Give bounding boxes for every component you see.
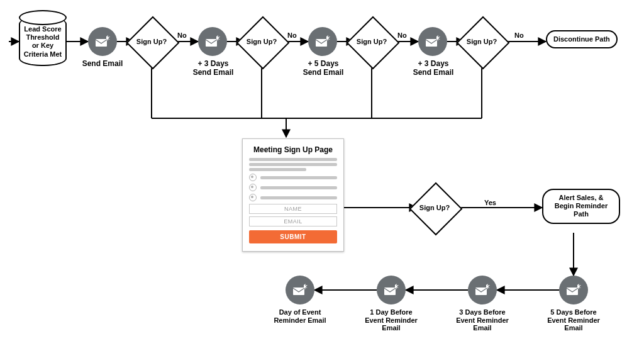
mail-burst-icon	[292, 284, 308, 296]
decision-signup-3: Sign Up?	[354, 24, 389, 59]
submit-button[interactable]: SUBMIT	[249, 230, 337, 243]
radio-icon	[249, 194, 257, 201]
send-email-node-1	[88, 27, 117, 56]
form-line	[249, 168, 306, 171]
edge-no-1: No	[177, 31, 187, 39]
send-email-label-3: + 5 Days Send Email	[299, 60, 348, 77]
svg-rect-4	[567, 288, 578, 295]
decision-signup-4: Sign Up?	[464, 24, 499, 59]
send-email-label-4: + 3 Days Send Email	[409, 60, 458, 77]
reminder-5days-node	[559, 276, 588, 304]
svg-rect-5	[475, 288, 487, 295]
svg-rect-0	[96, 39, 107, 47]
reminder-dayof-node	[286, 276, 314, 304]
terminator-discontinue: Discontinue Path	[546, 30, 618, 48]
radio-icon	[249, 184, 257, 191]
signup-form-title: Meeting Sign Up Page	[249, 145, 337, 154]
svg-rect-2	[316, 39, 327, 47]
mail-burst-icon	[204, 35, 221, 48]
terminator-alert-sales: Alert Sales, & Begin Reminder Path	[542, 189, 620, 224]
edge-yes-5: Yes	[484, 199, 496, 206]
mail-burst-icon	[565, 284, 582, 296]
form-option	[249, 174, 337, 181]
form-option	[249, 184, 337, 191]
form-line	[249, 163, 337, 166]
send-email-node-4	[418, 27, 447, 56]
reminder-3days-node	[468, 276, 497, 304]
send-email-label-1: Send Email	[80, 60, 125, 69]
send-email-label-2: + 3 Days Send Email	[189, 60, 238, 77]
decision-signup-2: Sign Up?	[244, 24, 279, 59]
mail-burst-icon	[474, 284, 491, 296]
form-line	[249, 158, 337, 161]
edge-no-4: No	[514, 31, 524, 39]
email-field[interactable]: EMAIL	[249, 216, 337, 226]
mail-burst-icon	[314, 35, 331, 48]
svg-rect-3	[426, 39, 437, 47]
reminder-1day-label: 1 Day Before Event Reminder Email	[361, 308, 421, 332]
edge-no-3: No	[397, 31, 407, 39]
edge-no-2: No	[287, 31, 297, 39]
svg-rect-6	[384, 288, 396, 295]
decision-signup-1: Sign Up?	[134, 24, 169, 59]
mail-burst-icon	[383, 284, 399, 296]
mail-burst-icon	[425, 35, 441, 48]
signup-form-card: Meeting Sign Up Page NAME EMAIL SUBMIT	[242, 138, 344, 252]
decision-signup-5: Sign Up?	[417, 190, 452, 225]
reminder-1day-node	[377, 276, 406, 304]
svg-rect-7	[293, 288, 304, 295]
start-database: Lead Score Threshold or Key Criteria Met	[19, 16, 67, 66]
reminder-dayof-label: Day of Event Reminder Email	[270, 308, 330, 324]
svg-rect-1	[206, 39, 217, 47]
reminder-3days-label: 3 Days Before Event Reminder Email	[452, 308, 513, 332]
send-email-node-2	[198, 27, 227, 56]
radio-icon	[249, 174, 257, 181]
send-email-node-3	[308, 27, 337, 56]
form-option	[249, 194, 337, 201]
name-field[interactable]: NAME	[249, 204, 337, 214]
start-database-label: Lead Score Threshold or Key Criteria Met	[20, 25, 65, 59]
mail-burst-icon	[94, 35, 111, 48]
reminder-5days-label: 5 Days Before Event Reminder Email	[543, 308, 604, 332]
